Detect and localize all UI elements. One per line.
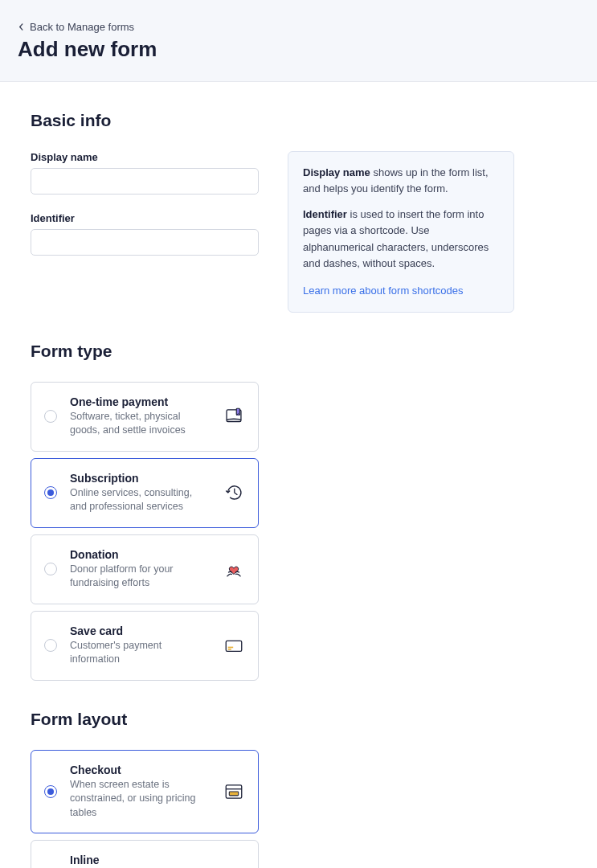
form_type-option-save-card[interactable]: Save cardCustomer's payment information [31, 611, 259, 681]
display-name-input[interactable] [31, 168, 259, 194]
layout-icon [223, 864, 245, 868]
option-text: DonationDonor platform for your fundrais… [70, 548, 210, 591]
option-desc: When screen estate is constrained, or us… [70, 778, 210, 821]
basic-info-title: Basic info [31, 111, 566, 130]
info-display-lead: Display name [303, 166, 370, 178]
learn-more-link[interactable]: Learn more about form shortcodes [303, 285, 463, 297]
option-title: One-time payment [70, 395, 210, 408]
history-icon [223, 481, 245, 504]
option-desc: Software, ticket, physical goods, and se… [70, 410, 210, 438]
page-header: Back to Manage forms Add new form [0, 0, 597, 82]
option-text: Save cardCustomer's payment information [70, 624, 210, 667]
card-icon [223, 634, 245, 657]
option-desc: Online services, consulting, and profess… [70, 486, 210, 514]
option-title: Subscription [70, 472, 210, 485]
form_type-option-subscription[interactable]: SubscriptionOnline services, consulting,… [31, 458, 259, 528]
option-desc: Donor platform for your fundraising effo… [70, 563, 210, 591]
option-title: Inline [70, 854, 210, 866]
identifier-input[interactable] [31, 229, 259, 256]
radio-indicator [44, 410, 57, 423]
book-icon [223, 405, 245, 428]
radio-indicator [44, 785, 57, 798]
form-layout-section: Form layout CheckoutWhen screen estate i… [31, 710, 566, 868]
option-text: SubscriptionOnline services, consulting,… [70, 472, 210, 514]
window-icon [223, 780, 245, 803]
back-link[interactable]: Back to Manage forms [18, 21, 134, 33]
display-name-field-group: Display name [31, 151, 259, 194]
identifier-label: Identifier [31, 212, 259, 224]
page-title: Add new form [18, 37, 579, 62]
option-text: InlineEnough screen estate to display th… [70, 854, 210, 868]
option-desc: Customer's payment information [70, 639, 210, 667]
form_layout-option-checkout[interactable]: CheckoutWhen screen estate is constraine… [31, 750, 259, 834]
display-name-label: Display name [31, 151, 259, 163]
form-layout-title: Form layout [31, 710, 566, 729]
radio-indicator [44, 486, 57, 499]
form-type-title: Form type [31, 342, 566, 361]
svg-rect-7 [229, 792, 238, 796]
chevron-left-icon [18, 23, 25, 31]
radio-indicator [44, 563, 57, 575]
info-box: Display name shows up in the form list, … [288, 151, 514, 313]
info-display-text: Display name shows up in the form list, … [303, 165, 499, 197]
content: Basic info Display name Identifier Displ… [0, 82, 597, 868]
form_type-option-donation[interactable]: DonationDonor platform for your fundrais… [31, 534, 259, 604]
back-link-label: Back to Manage forms [30, 21, 134, 33]
option-title: Save card [70, 624, 210, 637]
basic-info-section: Basic info Display name Identifier Displ… [31, 111, 566, 313]
option-text: One-time paymentSoftware, ticket, physic… [70, 395, 210, 438]
form_layout-option-inline[interactable]: InlineEnough screen estate to display th… [31, 840, 259, 868]
heart-hands-icon [223, 558, 245, 580]
info-identifier-lead: Identifier [303, 208, 347, 220]
option-title: Donation [70, 548, 210, 561]
radio-indicator [44, 639, 57, 652]
form_type-option-one-time-payment[interactable]: One-time paymentSoftware, ticket, physic… [31, 382, 259, 452]
option-text: CheckoutWhen screen estate is constraine… [70, 764, 210, 821]
form-type-section: Form type One-time paymentSoftware, tick… [31, 342, 566, 681]
option-title: Checkout [70, 764, 210, 776]
info-identifier-text: Identifier is used to insert the form in… [303, 207, 499, 272]
identifier-field-group: Identifier [31, 212, 259, 256]
